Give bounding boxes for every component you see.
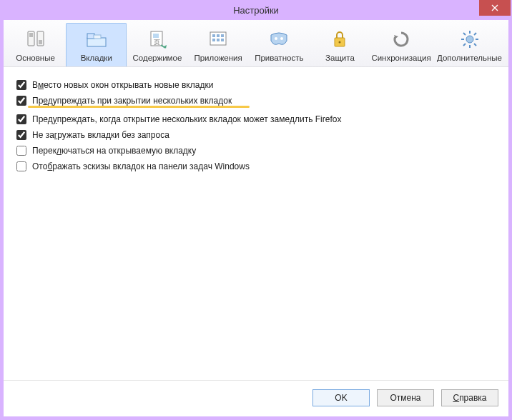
document-icon: 页 bbox=[146, 28, 169, 51]
option-warn-open-many: Предупреждать, когда открытие нескольких… bbox=[16, 114, 496, 124]
svg-text:页: 页 bbox=[153, 39, 159, 46]
sync-icon bbox=[390, 28, 413, 51]
cancel-button[interactable]: Отмена bbox=[377, 389, 434, 406]
titlebar: Настройки bbox=[0, 0, 512, 20]
svg-line-27 bbox=[474, 44, 476, 46]
tab-sync[interactable]: Синхронизация bbox=[370, 23, 432, 66]
close-button[interactable] bbox=[479, 0, 511, 16]
svg-line-29 bbox=[463, 44, 466, 46]
svg-line-28 bbox=[474, 33, 476, 35]
tabs-icon bbox=[85, 28, 108, 51]
checkbox-switch-to-new-tab[interactable] bbox=[16, 146, 26, 156]
tab-label: Вкладки bbox=[81, 54, 112, 62]
svg-rect-14 bbox=[212, 39, 215, 41]
window-title: Настройки bbox=[0, 5, 512, 16]
option-show-previews: Отображать эскизы вкладок на панели зада… bbox=[16, 161, 496, 171]
svg-rect-2 bbox=[29, 33, 33, 37]
checkbox-open-new-tab[interactable] bbox=[16, 80, 26, 90]
svg-rect-13 bbox=[221, 34, 224, 37]
label-warn-close-multiple[interactable]: Предупреждать при закрытии нескольких вк… bbox=[32, 96, 232, 106]
svg-rect-6 bbox=[94, 35, 101, 39]
tab-privacy[interactable]: Приватность bbox=[249, 23, 310, 66]
svg-rect-11 bbox=[212, 34, 215, 37]
label-switch-to-new-tab[interactable]: Переключаться на открываемую вкладку bbox=[32, 146, 196, 156]
option-switch-to-new-tab: Переключаться на открываемую вкладку bbox=[16, 146, 496, 156]
highlight-underline bbox=[28, 106, 250, 108]
tab-advanced[interactable]: Дополнительные bbox=[432, 23, 507, 66]
svg-rect-8 bbox=[153, 34, 159, 38]
settings-window: Настройки Основные Вкладки 页 bbox=[0, 0, 512, 420]
svg-rect-15 bbox=[217, 39, 220, 41]
mask-icon bbox=[267, 28, 290, 51]
tab-applications[interactable]: Приложения bbox=[188, 23, 249, 66]
ok-button[interactable]: OK bbox=[312, 389, 370, 406]
tab-tabs[interactable]: Вкладки bbox=[66, 23, 127, 66]
help-button[interactable]: Справка bbox=[441, 389, 498, 406]
option-warn-close-multiple: Предупреждать при закрытии нескольких вк… bbox=[16, 96, 496, 106]
switch-icon bbox=[24, 28, 47, 51]
svg-line-26 bbox=[463, 33, 466, 35]
tab-label: Дополнительные bbox=[437, 54, 502, 62]
svg-rect-16 bbox=[221, 39, 224, 41]
tab-content-area: Вместо новых окон открывать новые вкладк… bbox=[4, 67, 508, 380]
category-toolbar: Основные Вкладки 页 Содержимое Приложения bbox=[4, 20, 508, 67]
svg-point-20 bbox=[339, 41, 341, 44]
close-icon bbox=[491, 4, 498, 11]
svg-point-17 bbox=[275, 37, 277, 40]
dialog-footer: OK Отмена Справка bbox=[4, 380, 508, 416]
tab-label: Приложения bbox=[194, 54, 242, 62]
gear-icon bbox=[458, 28, 481, 51]
checkbox-warn-close-multiple[interactable] bbox=[16, 96, 26, 106]
checkbox-dont-load-until-selected[interactable] bbox=[16, 130, 26, 140]
svg-rect-12 bbox=[217, 34, 220, 37]
option-dont-load-until-selected: Не загружать вкладки без запроса bbox=[16, 130, 496, 140]
label-open-new-tab[interactable]: Вместо новых окон открывать новые вкладк… bbox=[32, 80, 213, 90]
svg-point-21 bbox=[466, 36, 473, 43]
label-warn-open-many[interactable]: Предупреждать, когда открытие нескольких… bbox=[32, 114, 341, 124]
tab-label: Приватность bbox=[255, 54, 303, 62]
client-area: Основные Вкладки 页 Содержимое Приложения bbox=[4, 20, 508, 416]
tab-content[interactable]: 页 Содержимое bbox=[127, 23, 187, 66]
tab-label: Синхронизация bbox=[371, 54, 430, 62]
label-show-previews[interactable]: Отображать эскизы вкладок на панели зада… bbox=[32, 161, 250, 171]
tab-security[interactable]: Защита bbox=[310, 23, 370, 66]
label-dont-load-until-selected[interactable]: Не загружать вкладки без запроса bbox=[32, 130, 169, 140]
tab-label: Защита bbox=[325, 54, 355, 62]
svg-rect-3 bbox=[39, 40, 42, 44]
svg-rect-4 bbox=[87, 38, 106, 46]
checkbox-show-previews[interactable] bbox=[16, 161, 26, 171]
lock-icon bbox=[328, 28, 351, 51]
svg-point-18 bbox=[280, 37, 283, 40]
grid-icon bbox=[207, 28, 230, 51]
tab-label: Основные bbox=[16, 54, 55, 62]
checkbox-warn-open-many[interactable] bbox=[16, 114, 26, 124]
tab-general[interactable]: Основные bbox=[5, 23, 66, 66]
tab-label: Содержимое bbox=[133, 54, 182, 62]
option-open-new-tab: Вместо новых окон открывать новые вкладк… bbox=[16, 80, 496, 90]
